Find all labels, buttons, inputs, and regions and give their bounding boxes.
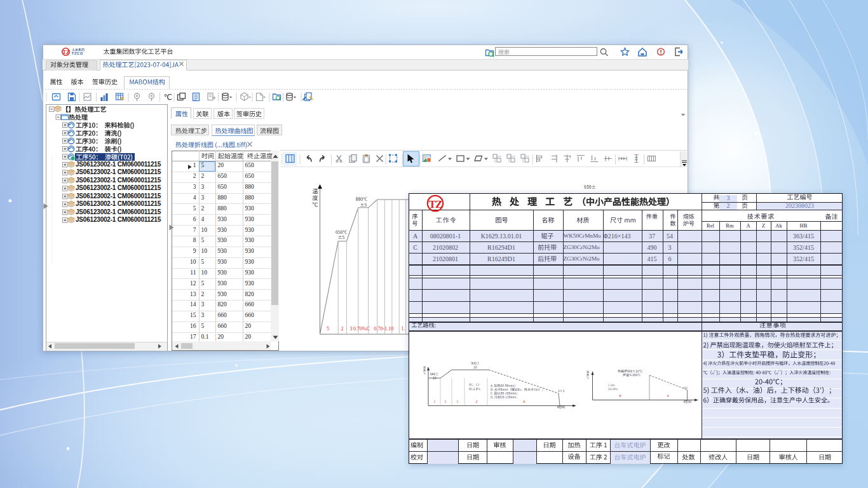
svg-text:1: 1	[434, 400, 436, 403]
svg-text:4: 4	[667, 394, 669, 398]
svg-text:6: 6	[524, 400, 526, 403]
svg-text:1: 1	[445, 400, 447, 403]
svg-text:TZ: TZ	[62, 48, 70, 55]
svg-text:2: 2	[476, 400, 478, 403]
svg-text:8: 8	[620, 394, 621, 398]
svg-text:1: 1	[457, 400, 459, 403]
svg-text:℃: ℃	[163, 93, 172, 102]
svg-text:TZ: TZ	[429, 198, 442, 210]
